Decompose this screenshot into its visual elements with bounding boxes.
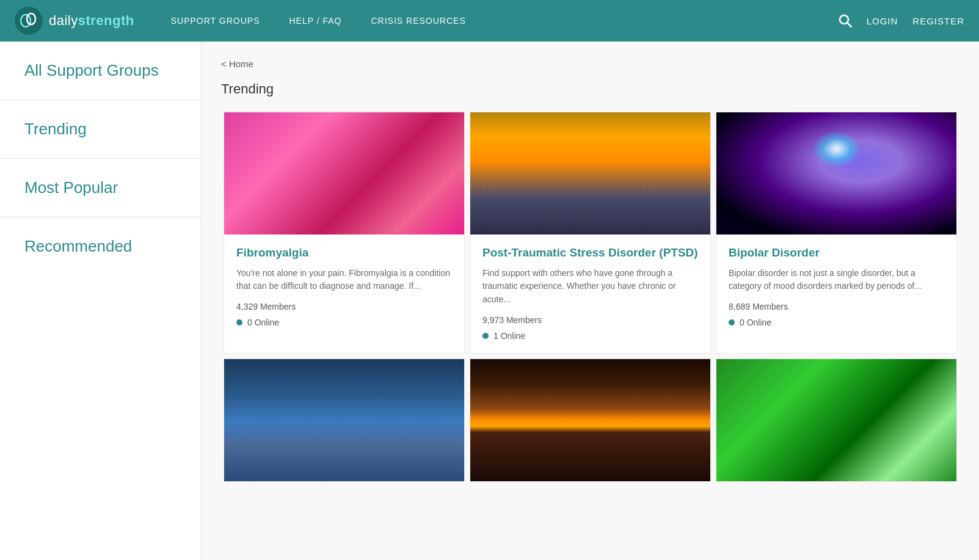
card-members-ptsd: 9,973 Members bbox=[482, 315, 698, 325]
sidebar-item-trending[interactable]: Trending bbox=[0, 100, 201, 159]
card-5[interactable] bbox=[470, 358, 711, 482]
sidebar-item-recommended[interactable]: Recommended bbox=[0, 217, 201, 275]
nav-crisis-resources[interactable]: CRISIS RESOURCES bbox=[371, 16, 466, 26]
sidebar-item-all-support-groups[interactable]: All Support Groups bbox=[0, 42, 201, 100]
section-title: Trending bbox=[221, 81, 959, 97]
card-image-fibromyalgia bbox=[224, 112, 464, 235]
online-dot-fibromyalgia bbox=[236, 319, 242, 325]
svg-line-4 bbox=[847, 23, 851, 27]
card-image-city bbox=[470, 359, 710, 481]
card-title-fibromyalgia: Fibromyalgia bbox=[236, 245, 452, 261]
breadcrumb[interactable]: < Home bbox=[221, 59, 959, 69]
register-button[interactable]: REGISTER bbox=[912, 16, 964, 26]
page-layout: All Support Groups Trending Most Popular… bbox=[0, 42, 979, 560]
card-image-ptsd bbox=[470, 112, 710, 235]
logo-icon bbox=[15, 7, 43, 35]
card-online-count-bipolar: 0 Online bbox=[740, 318, 771, 327]
svg-point-0 bbox=[15, 7, 43, 35]
sidebar: All Support Groups Trending Most Popular… bbox=[0, 42, 202, 560]
card-title-ptsd: Post-Traumatic Stress Disorder (PTSD) bbox=[482, 245, 698, 261]
card-members-bipolar: 8,689 Members bbox=[729, 302, 944, 311]
card-4[interactable] bbox=[224, 358, 465, 482]
nav-support-groups[interactable]: SUPPORT GROUPS bbox=[171, 16, 260, 26]
card-desc-fibromyalgia: You're not alone in your pain. Fibromyal… bbox=[236, 267, 452, 293]
card-members-fibromyalgia: 4,329 Members bbox=[236, 302, 452, 311]
search-icon bbox=[839, 14, 852, 27]
card-6[interactable] bbox=[716, 358, 957, 482]
main-content: < Home Trending Fibromyalgia You're not … bbox=[202, 42, 979, 560]
logo[interactable]: dailystrength bbox=[15, 7, 134, 35]
online-dot-ptsd bbox=[482, 333, 489, 339]
card-fibromyalgia[interactable]: Fibromyalgia You're not alone in your pa… bbox=[224, 112, 465, 354]
nav-help-faq[interactable]: HELP / FAQ bbox=[289, 16, 342, 26]
main-nav: SUPPORT GROUPS HELP / FAQ CRISIS RESOURC… bbox=[171, 16, 466, 26]
card-desc-bipolar: Bipolar disorder is not just a single di… bbox=[729, 267, 944, 293]
card-body-fibromyalgia: Fibromyalgia You're not alone in your pa… bbox=[224, 235, 464, 340]
online-dot-bipolar bbox=[729, 319, 735, 325]
card-image-bipolar bbox=[716, 112, 956, 235]
card-bipolar[interactable]: Bipolar Disorder Bipolar disorder is not… bbox=[716, 112, 957, 354]
login-button[interactable]: LOGIN bbox=[867, 16, 898, 26]
logo-text: dailystrength bbox=[49, 13, 134, 29]
card-online-ptsd: 1 Online bbox=[482, 331, 698, 341]
card-desc-ptsd: Find support with others who have gone t… bbox=[482, 267, 698, 307]
card-ptsd[interactable]: Post-Traumatic Stress Disorder (PTSD) Fi… bbox=[470, 112, 711, 354]
card-online-count-ptsd: 1 Online bbox=[493, 331, 525, 341]
header: dailystrength SUPPORT GROUPS HELP / FAQ … bbox=[0, 0, 979, 42]
card-image-mountain bbox=[224, 359, 464, 481]
cards-grid: Fibromyalgia You're not alone in your pa… bbox=[221, 109, 959, 484]
card-image-leaf bbox=[716, 359, 956, 481]
card-online-fibromyalgia: 0 Online bbox=[236, 318, 452, 327]
card-online-bipolar: 0 Online bbox=[729, 318, 944, 327]
card-title-bipolar: Bipolar Disorder bbox=[729, 245, 944, 261]
header-right: LOGIN REGISTER bbox=[839, 14, 964, 27]
card-body-ptsd: Post-Traumatic Stress Disorder (PTSD) Fi… bbox=[470, 235, 710, 353]
search-button[interactable] bbox=[839, 14, 852, 27]
sidebar-item-most-popular[interactable]: Most Popular bbox=[0, 159, 201, 217]
card-online-count-fibromyalgia: 0 Online bbox=[247, 318, 279, 327]
card-body-bipolar: Bipolar Disorder Bipolar disorder is not… bbox=[716, 235, 956, 340]
